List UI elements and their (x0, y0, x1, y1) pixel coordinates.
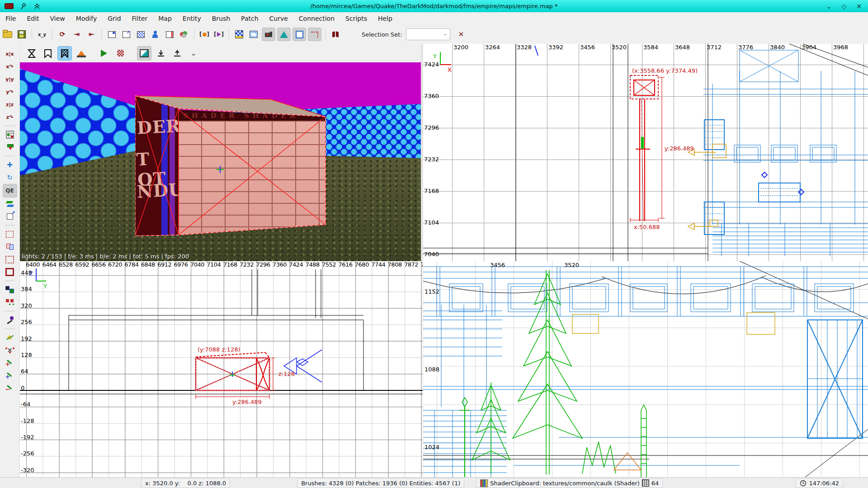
menu-item[interactable]: Curve (264, 13, 293, 24)
ruler-tick: 7104 (206, 261, 222, 268)
copy-shader-button[interactable] (3, 240, 17, 253)
menu-item[interactable]: Filter (127, 13, 153, 24)
star-curve-button[interactable]: ✱ (3, 331, 17, 344)
window-title: /home/mircea/Games/Quake/TheDarkMod/dark… (0, 3, 868, 9)
cube-corner-button[interactable]: ▪ (105, 28, 118, 41)
speaker-omni-button[interactable]: [] (198, 28, 211, 41)
link-entities-button[interactable] (3, 283, 17, 296)
dotted-path-toggle[interactable] (308, 28, 321, 41)
far-clip-in-button[interactable] (170, 47, 184, 60)
marquee-select-button[interactable] (3, 228, 17, 240)
menu-item[interactable]: Entity (177, 13, 207, 24)
speaker-directed-button[interactable]: [] (212, 28, 225, 41)
start-render-button[interactable] (97, 47, 111, 60)
close-button[interactable]: ✕ (856, 3, 862, 10)
far-clip-out-button[interactable] (154, 47, 168, 60)
rotate-z-button[interactable]: z↷ (3, 111, 17, 123)
xz-viewport[interactable]: 115210881024 34563520 (423, 261, 868, 477)
menu-item[interactable]: File (0, 13, 21, 24)
selected-brush[interactable]: DER T OT NDUN SHADER SHADER (135, 95, 327, 239)
color-scheme-button[interactable] (178, 28, 190, 41)
curve-append-button[interactable]: + (3, 357, 17, 369)
open-map-button[interactable] (1, 28, 14, 41)
curve-remove-button[interactable]: − (3, 382, 17, 394)
door-out-arrow-icon: ⇥ (74, 30, 80, 38)
reload-defs-button[interactable]: ⇥ (71, 28, 83, 41)
toolbar-separator (325, 29, 326, 39)
ruler-tick: 3776 (737, 44, 769, 51)
flip-y-icon: y|y (5, 76, 14, 82)
yz-geometry: (y:7088 z:128) z:128 y:286.489 Z Y (20, 261, 423, 477)
camera-viewport[interactable]: DER T OT NDUN SHADER SHADER (20, 62, 423, 261)
window-controls: ⌄ ◇ ✕ (826, 0, 862, 12)
menu-item[interactable]: Help (373, 13, 398, 24)
menu-item[interactable]: Scripts (340, 13, 373, 24)
ruler-tick: 7168 (424, 188, 439, 219)
unlink-entities-button[interactable] (3, 296, 17, 309)
cube-arrow-button[interactable]: ↗ (120, 28, 132, 41)
patch-net-toggle[interactable] (277, 28, 291, 41)
cube-checker-button[interactable] (134, 28, 147, 41)
far-clip-toggle[interactable] (137, 46, 151, 61)
resize-mode-button[interactable] (3, 210, 17, 223)
selection-set-combo[interactable]: ⌄ (406, 28, 450, 40)
clear-selection-set-button[interactable]: ✕ (458, 30, 464, 38)
translate-mode-button[interactable]: ✚ (3, 159, 17, 171)
csg-split-button[interactable] (329, 28, 342, 41)
cube-checker-icon (137, 31, 145, 38)
rotate-mode-button[interactable]: ↻ (3, 171, 17, 184)
yz-viewport[interactable]: (y:7088 z:128) z:128 y:286.489 Z Y 64006… (20, 261, 423, 477)
flip-z-icon: z|z (6, 102, 14, 108)
render-textured-button[interactable] (57, 46, 72, 61)
camera-overflow-button[interactable]: ⌄ (187, 47, 200, 60)
render-lighting-button[interactable] (75, 47, 88, 60)
render-flat-button[interactable] (41, 47, 55, 60)
stop-render-button[interactable] (113, 47, 127, 60)
maximize-button[interactable]: ◇ (841, 3, 846, 10)
ruler-tick: 384 (21, 286, 34, 302)
qe-tool-button[interactable]: QE (3, 184, 17, 197)
select-inside-button[interactable] (3, 253, 17, 266)
menu-item[interactable]: Grid (102, 13, 126, 24)
minimize-button[interactable]: ⌄ (826, 3, 832, 10)
menu-item[interactable]: Map (153, 13, 177, 24)
ruler-tick: 448 (21, 269, 34, 286)
menu-item[interactable]: Patch (236, 13, 264, 24)
menu-item[interactable]: View (45, 13, 71, 24)
save-map-button[interactable] (15, 28, 28, 41)
camera-view-toggle[interactable] (262, 28, 275, 41)
texture-checker-icon (235, 30, 243, 38)
reload-models-button[interactable]: ⟳ (56, 28, 69, 41)
copy-shader-icon (6, 244, 14, 250)
texture-flip-button[interactable] (3, 197, 17, 210)
render-wireframe-button[interactable] (25, 47, 38, 60)
flip-z-button[interactable]: z|z (3, 98, 17, 111)
texture-browser-button[interactable] (233, 28, 245, 41)
player-start-button[interactable] (149, 28, 161, 41)
pen-tool-button[interactable] (3, 314, 17, 326)
flip-y-button[interactable]: y|y (3, 73, 17, 85)
rotate-x-button[interactable]: x↷ (3, 60, 17, 73)
curve-insert-button[interactable]: + (3, 369, 17, 382)
dashed-rect-icon (6, 231, 14, 238)
xy-coords-button[interactable]: x_y (36, 28, 48, 41)
xy-viewport[interactable]: (x:3558.66 y:7374.49) y:286.489 x:50.688… (423, 44, 868, 261)
reload-skins-button[interactable]: ⇤ (85, 28, 98, 41)
select-touching-button[interactable] (3, 266, 17, 278)
xy-horizontal-ruler: 3200326433283392345635203584364837123776… (423, 44, 863, 52)
weld-vertices-button[interactable]: ✕ (3, 344, 17, 357)
menu-item[interactable]: Edit (21, 13, 44, 24)
rotate-y-button[interactable]: y↷ (3, 85, 17, 98)
titlebar[interactable]: /home/mircea/Games/Quake/TheDarkMod/dark… (0, 0, 868, 12)
skybox-button[interactable] (247, 28, 260, 41)
select-handles-toggle[interactable] (292, 28, 306, 41)
menu-item[interactable]: Brush (207, 13, 236, 24)
snap-to-grid-button[interactable] (3, 128, 17, 141)
menu-item[interactable]: Connection (293, 13, 340, 24)
star-icon: ✱ (7, 334, 13, 341)
plant-to-floor-button[interactable] (3, 141, 17, 154)
flip-x-button[interactable]: x|x (3, 47, 17, 60)
menu-item[interactable]: Modify (71, 13, 102, 24)
clock-icon (800, 480, 807, 487)
cube-red-stripe-button[interactable] (163, 28, 176, 41)
